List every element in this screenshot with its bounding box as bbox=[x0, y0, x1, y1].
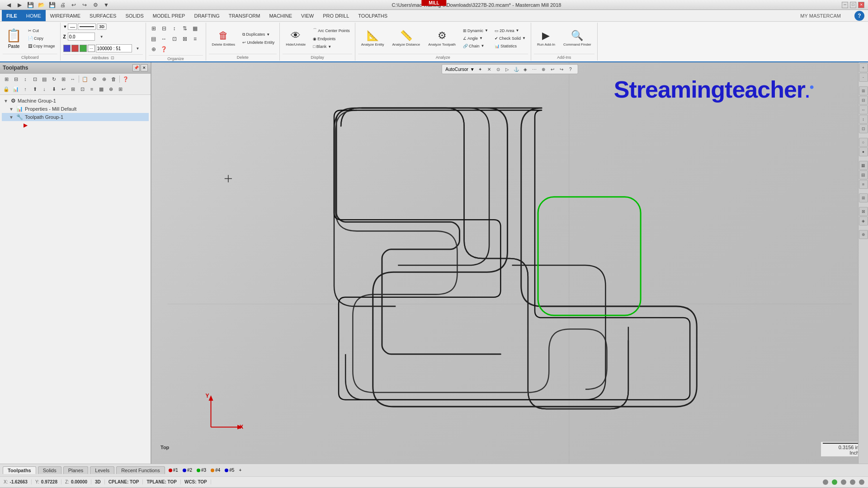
right-btn-14[interactable]: ⊠ bbox=[859, 207, 868, 216]
titlebar-nav-buttons[interactable]: ◀ ▶ 💾 📂 💾 🖨 ↩ ↪ ⚙ ▼ bbox=[4, 0, 111, 10]
forward-button[interactable]: ▶ bbox=[14, 0, 24, 10]
panel-tb-22[interactable]: ≡ bbox=[87, 84, 96, 94]
line-width-btn[interactable] bbox=[78, 23, 96, 30]
right-btn-15[interactable]: ◈ bbox=[859, 216, 868, 225]
panel-tb-4[interactable]: ⊡ bbox=[30, 75, 39, 84]
tree-properties[interactable]: ▼ 📊 Properties - Mill Default bbox=[2, 105, 149, 113]
run-addin-button[interactable]: ▶ Run Add-In bbox=[534, 25, 558, 52]
right-btn-12[interactable]: ≡ bbox=[859, 180, 868, 189]
hide-unhide-button[interactable]: 👁 Hide/Unhide bbox=[283, 25, 309, 52]
tab-recent-functions[interactable]: Recent Functions bbox=[116, 466, 165, 474]
my-mastercam-link[interactable]: MY MASTERCAM bbox=[800, 13, 854, 19]
panel-tb-17[interactable]: ↓ bbox=[40, 84, 49, 94]
close-button[interactable]: ✕ bbox=[858, 2, 864, 8]
cursor-btn-2[interactable]: ✕ bbox=[486, 66, 493, 73]
panel-tb-7[interactable]: ⊞ bbox=[59, 75, 68, 84]
panel-tb-16[interactable]: ⬆ bbox=[30, 84, 39, 94]
panel-tb-14[interactable]: 📊 bbox=[11, 84, 20, 94]
panel-tb-12[interactable]: 🗑 bbox=[109, 75, 118, 84]
organize-btn-8[interactable]: ⊡ bbox=[170, 34, 179, 44]
right-btn-4[interactable]: ⊟ bbox=[859, 96, 868, 105]
command-finder-button[interactable]: 🔍 Command Finder bbox=[560, 25, 594, 52]
color-more-btn[interactable]: ⋯ bbox=[88, 45, 95, 52]
options-button[interactable]: ⚙ bbox=[90, 0, 100, 10]
right-btn-6[interactable]: ↕ bbox=[859, 115, 868, 124]
cursor-btn-5[interactable]: ⚓ bbox=[513, 66, 520, 73]
duplicates-button[interactable]: ⧉ Duplicates ▼ bbox=[240, 31, 277, 38]
right-btn-11[interactable]: ▤ bbox=[859, 170, 868, 179]
menu-view[interactable]: VIEW bbox=[297, 10, 318, 21]
expand-icon-2[interactable]: ▼ bbox=[9, 107, 14, 112]
toggle-button[interactable]: ↕ bbox=[21, 75, 30, 84]
panel-tb-9[interactable]: 📋 bbox=[80, 75, 90, 84]
panel-tb-8[interactable]: ↔ bbox=[68, 75, 77, 84]
cursor-btn-1[interactable]: ✦ bbox=[476, 66, 484, 73]
window-controls[interactable]: ─ □ ✕ bbox=[842, 2, 864, 8]
menu-surfaces[interactable]: SURFACES bbox=[85, 10, 121, 21]
z-dropdown-btn[interactable]: ▼ bbox=[97, 32, 107, 42]
level-5[interactable]: #5 bbox=[223, 467, 236, 473]
cursor-btn-3[interactable]: ⊙ bbox=[495, 66, 502, 73]
undelete-button[interactable]: ↩ Undelete Entity bbox=[240, 39, 277, 46]
save-button[interactable]: 💾 bbox=[25, 0, 35, 10]
right-btn-9[interactable]: ● bbox=[859, 147, 868, 156]
panel-tb-10[interactable]: ⚙ bbox=[90, 75, 99, 84]
right-btn-1[interactable]: + bbox=[859, 63, 868, 72]
organize-btn-7[interactable]: ↔ bbox=[159, 34, 169, 44]
expand-icon-1[interactable]: ▼ bbox=[4, 99, 9, 103]
menu-transform[interactable]: TRANSFORM bbox=[224, 10, 265, 21]
panel-close-button[interactable]: ✕ bbox=[141, 64, 148, 71]
line-type-btn[interactable]: — bbox=[68, 23, 77, 30]
organize-btn-5[interactable]: ▦ bbox=[190, 23, 200, 33]
blank-button[interactable]: □ Blank ▼ bbox=[311, 43, 352, 50]
redo-button[interactable]: ↪ bbox=[80, 0, 90, 10]
minimize-button[interactable]: ─ bbox=[842, 2, 848, 8]
save-as-button[interactable]: 💾 bbox=[47, 0, 57, 10]
level-4[interactable]: #4 bbox=[209, 467, 222, 473]
panel-tb-21[interactable]: ⊡ bbox=[78, 84, 87, 94]
menu-toolpaths[interactable]: TOOLPATHS bbox=[354, 10, 392, 21]
tree-toolpath-group[interactable]: ▼ 🔧 Toolpath Group-1 bbox=[2, 113, 149, 121]
redo-canvas-btn[interactable]: ↪ bbox=[558, 66, 565, 73]
lock-button[interactable]: 🔒 bbox=[2, 84, 11, 94]
panel-tb-15[interactable]: ↑ bbox=[21, 84, 30, 94]
canvas-area[interactable]: AutoCursor ▼ ✦ ✕ ⊙ ▷ ⚓ ◈ ⋯ ⊕ ↩ ↪ ? Strea… bbox=[151, 62, 868, 464]
menu-home[interactable]: HOME bbox=[22, 10, 46, 21]
level-1[interactable]: #1 bbox=[167, 467, 180, 473]
organize-btn-9[interactable]: ⊠ bbox=[180, 34, 190, 44]
right-btn-7[interactable]: ⊡ bbox=[859, 124, 868, 133]
analyze-distance-button[interactable]: 📏 Analyze Distance bbox=[389, 25, 423, 52]
menu-drafting[interactable]: DRAFTING bbox=[189, 10, 224, 21]
tab-solids[interactable]: Solids bbox=[38, 466, 61, 474]
cursor-btn-4[interactable]: ▷ bbox=[504, 66, 511, 73]
menu-wireframe[interactable]: WIREFRAME bbox=[46, 10, 85, 21]
tab-planes[interactable]: Planes bbox=[63, 466, 89, 474]
menu-solids[interactable]: SOLIDS bbox=[121, 10, 148, 21]
copy-button[interactable]: 📄 Copy bbox=[26, 35, 57, 42]
right-btn-3[interactable]: ⊞ bbox=[859, 86, 868, 95]
organize-btn-10[interactable]: ≡ bbox=[190, 34, 200, 44]
quick-access-button[interactable]: ▼ bbox=[101, 0, 111, 10]
panel-pin-button[interactable]: 📌 bbox=[132, 64, 140, 71]
check-solid-button[interactable]: ✔ Check Solid ▼ bbox=[492, 35, 528, 42]
delete-entities-button[interactable]: 🗑 Delete Entities bbox=[209, 25, 239, 52]
analyze-toolpath-button[interactable]: ⚙ Analyze Toolpath bbox=[425, 25, 459, 52]
regen-button[interactable]: ↻ bbox=[49, 75, 58, 84]
open-button[interactable]: 📂 bbox=[36, 0, 46, 10]
angle-button[interactable]: ∠ Angle ▼ bbox=[461, 35, 491, 42]
organize-btn-11[interactable]: ⊕ bbox=[149, 44, 159, 54]
z-value-input[interactable] bbox=[68, 33, 95, 41]
organize-btn-2[interactable]: ⊟ bbox=[159, 23, 169, 33]
organize-btn-3[interactable]: ↕ bbox=[170, 23, 179, 33]
scale-dropdown-btn[interactable]: ▼ bbox=[133, 43, 143, 53]
tab-toolpaths[interactable]: Toolpaths bbox=[3, 466, 36, 474]
panel-tb-24[interactable]: ⊕ bbox=[106, 84, 115, 94]
line-style-btn[interactable]: ▼ bbox=[63, 24, 67, 29]
select-all-button[interactable]: ⊞ bbox=[2, 75, 11, 84]
deselect-button[interactable]: ⊟ bbox=[11, 75, 20, 84]
expand-icon-3[interactable]: ▼ bbox=[9, 115, 14, 120]
help-canvas-btn[interactable]: ? bbox=[567, 66, 574, 73]
color-btn2[interactable] bbox=[71, 45, 79, 52]
right-btn-16[interactable]: ⊕ bbox=[859, 230, 868, 239]
help-button[interactable]: ? bbox=[854, 11, 864, 21]
